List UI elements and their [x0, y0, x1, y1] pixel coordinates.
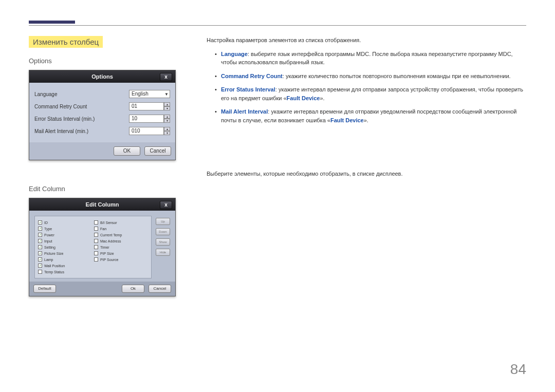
options-bullets: Language: выберите язык интерфейса прогр…: [215, 50, 526, 125]
kw-language: Language: [221, 51, 248, 57]
header-accent-bar: [29, 21, 75, 24]
retry-spinner[interactable]: 01 ▴▾: [129, 102, 170, 110]
column-item-label: Mac Address: [100, 239, 121, 243]
column-item-label: Wall Position: [44, 264, 65, 268]
ok-button[interactable]: OK: [114, 146, 140, 156]
column-item[interactable]: Mac Address: [94, 238, 148, 244]
checkbox-icon[interactable]: ✓: [38, 257, 42, 262]
edit-column-heading: Edit Column: [29, 185, 178, 193]
options-dialog-body: Language English Command Retry Count 01 …: [29, 83, 175, 142]
column-item[interactable]: ✓Type: [38, 226, 92, 232]
column-item-label: Current Temp: [100, 233, 122, 237]
header-rule: [29, 25, 526, 26]
column-item[interactable]: Current Temp: [94, 232, 148, 238]
checkbox-icon[interactable]: ✓: [38, 233, 42, 237]
row-language: Language English: [34, 88, 170, 100]
column-item[interactable]: B/I Sensor: [94, 219, 148, 226]
column-item-label: Temp Status: [44, 270, 64, 274]
checkbox-icon[interactable]: ✓: [38, 220, 42, 225]
options-dialog-title-text: Options: [91, 73, 113, 80]
column-item[interactable]: ✓Picture Size: [38, 250, 92, 256]
checkbox-icon[interactable]: [94, 257, 98, 262]
column-item[interactable]: ✓Wall Position: [38, 263, 92, 269]
document-page: Изменить столбец Options Options x Langu…: [0, 0, 555, 392]
column-item[interactable]: Fan: [94, 226, 148, 232]
checkbox-icon[interactable]: ✓: [38, 245, 42, 249]
language-label: Language: [34, 91, 129, 97]
column-item[interactable]: ✓Lamp: [38, 256, 92, 263]
checkbox-icon[interactable]: [94, 245, 98, 249]
column-item[interactable]: Timer: [94, 244, 148, 250]
hide-button[interactable]: Hide: [156, 249, 170, 256]
column-item-label: Lamp: [44, 258, 53, 262]
error-spinner-buttons[interactable]: ▴▾: [164, 115, 170, 123]
options-dialog-footer: OK Cancel: [29, 142, 175, 160]
page-number: 84: [510, 361, 526, 378]
error-spinner[interactable]: 10 ▴▾: [129, 115, 170, 123]
column-item-label: PIP Source: [100, 258, 118, 262]
retry-value[interactable]: 01: [129, 102, 164, 110]
mail-value[interactable]: 010: [129, 127, 164, 135]
bullet-language: Language: выберите язык интерфейса прогр…: [215, 50, 526, 67]
up-button[interactable]: Up: [156, 218, 170, 225]
close-icon[interactable]: x: [160, 73, 172, 81]
options-dialog: Options x Language English Command Retry…: [29, 70, 176, 160]
error-value[interactable]: 10: [129, 115, 164, 123]
column-item[interactable]: PIP Size: [94, 250, 148, 256]
bullet-error-interval: Error Status Interval: укажите интервал …: [215, 85, 526, 102]
bullet-mail-text-b: ».: [364, 117, 368, 123]
edit-column-dialog-title-text: Edit Column: [86, 201, 119, 208]
kw-fault-device-1: Fault Device: [287, 95, 320, 101]
column-item-label: Timer: [100, 246, 109, 249]
section-title: Изменить столбец: [29, 36, 103, 48]
kw-error: Error Status Interval: [221, 86, 275, 92]
mail-spinner-buttons[interactable]: ▴▾: [164, 127, 170, 135]
kw-mail: Mail Alert Interval: [221, 108, 268, 115]
default-button[interactable]: Default: [33, 285, 56, 293]
options-dialog-title: Options x: [29, 70, 175, 83]
column-item[interactable]: ✓Setting: [38, 244, 92, 250]
cancel-button[interactable]: Cancel: [144, 146, 171, 156]
column-item[interactable]: ✓Power: [38, 232, 92, 238]
column-item[interactable]: ✓Input: [38, 238, 92, 244]
column-item[interactable]: PIP Source: [94, 256, 148, 263]
checkbox-icon[interactable]: ✓: [38, 264, 42, 268]
column-item[interactable]: ✓ID: [38, 219, 92, 226]
show-button[interactable]: Show: [156, 238, 170, 246]
right-column: Настройка параметров элементов из списка…: [207, 36, 526, 296]
checkbox-icon[interactable]: [94, 251, 98, 255]
retry-label: Command Retry Count: [34, 104, 129, 109]
checkbox-icon[interactable]: ✓: [38, 251, 42, 255]
column-checkbox-area: ✓ID✓Type✓Power✓Input✓Setting✓Picture Siz…: [34, 216, 152, 278]
error-label: Error Status Interval (min.): [34, 116, 129, 122]
column-item-label: Setting: [44, 246, 55, 249]
column-item-label: ID: [44, 221, 48, 225]
column-item-label: Fan: [100, 227, 106, 231]
checkbox-icon[interactable]: [94, 233, 98, 237]
edit-column-body: ✓ID✓Type✓Power✓Input✓Setting✓Picture Siz…: [29, 211, 175, 282]
kw-retry: Command Retry Count: [221, 73, 283, 79]
content-columns: Изменить столбец Options Options x Langu…: [29, 36, 526, 296]
cancel-button[interactable]: Cancel: [149, 285, 171, 293]
bullet-retry: Command Retry Count: укажите количество …: [215, 72, 526, 81]
language-select[interactable]: English: [129, 90, 170, 98]
edit-column-desc: Выберите элементы, которые необходимо от…: [207, 170, 526, 178]
bullet-language-text: : выберите язык интерфейса программы MDC…: [221, 51, 513, 66]
checkbox-icon[interactable]: [38, 270, 42, 274]
checkbox-icon[interactable]: [94, 239, 98, 243]
reorder-buttons: UpDownShowHide: [156, 216, 170, 278]
checkbox-icon[interactable]: ✓: [38, 227, 42, 231]
ok-button[interactable]: Ok: [122, 285, 144, 293]
row-retry: Command Retry Count 01 ▴▾: [34, 100, 170, 113]
bullet-error-text-b: ».: [320, 95, 324, 101]
column-item-label: B/I Sensor: [100, 221, 117, 225]
down-button[interactable]: Down: [156, 228, 170, 235]
checkbox-icon[interactable]: [94, 227, 98, 231]
mail-spinner[interactable]: 010 ▴▾: [129, 127, 170, 135]
retry-spinner-buttons[interactable]: ▴▾: [164, 102, 170, 110]
checkbox-icon[interactable]: ✓: [38, 239, 42, 243]
close-icon[interactable]: x: [160, 201, 172, 209]
column-item[interactable]: Temp Status: [38, 269, 92, 275]
checkbox-icon[interactable]: [94, 220, 98, 225]
edit-column-footer: Default Ok Cancel: [29, 282, 175, 296]
